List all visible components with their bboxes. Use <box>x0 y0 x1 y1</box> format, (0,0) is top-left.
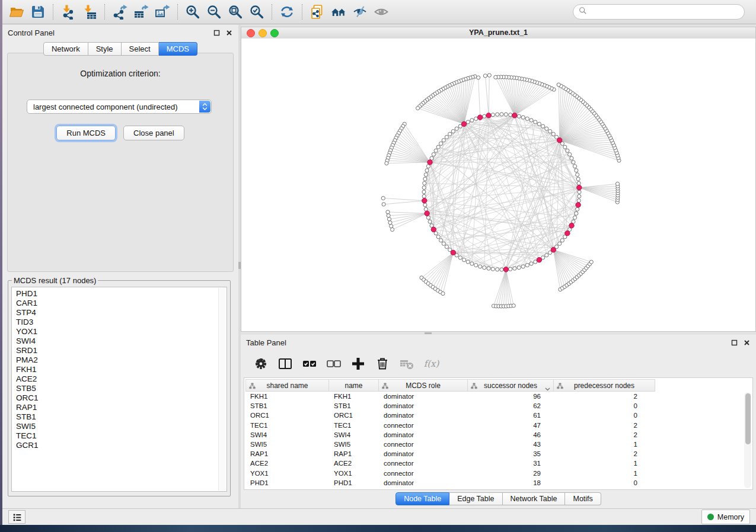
cell-successor_nodes[interactable]: 47 <box>468 421 546 430</box>
cell-mcds_role[interactable]: dominator <box>379 449 468 459</box>
column-header-shared_name[interactable]: shared name <box>245 379 329 392</box>
refresh-icon[interactable] <box>276 2 298 22</box>
mcds-node-item[interactable]: STP4 <box>12 308 227 318</box>
cell-successor_nodes[interactable]: 46 <box>468 430 546 440</box>
network-view[interactable] <box>241 39 755 331</box>
bundle-home-icon[interactable] <box>328 2 349 22</box>
criterion-select[interactable]: largest connected component (undirected) <box>27 100 212 114</box>
cell-name[interactable]: SWI4 <box>329 430 379 440</box>
cell-mcds_role[interactable]: dominator <box>379 411 468 420</box>
table-row[interactable]: PHD1PHD1dominator180 <box>245 478 743 488</box>
run-mcds-button[interactable]: Run MCDS <box>56 126 116 140</box>
cell-shared_name[interactable]: TEC1 <box>245 421 329 430</box>
cell-shared_name[interactable]: STB1 <box>245 401 329 411</box>
close-window-icon[interactable] <box>247 29 255 37</box>
float-panel-icon[interactable] <box>730 338 738 347</box>
cell-successor_nodes[interactable]: 35 <box>468 449 546 459</box>
mcds-node-item[interactable]: ORC1 <box>12 393 227 403</box>
tab-network-table[interactable]: Network Table <box>503 492 566 505</box>
zoom-fit-icon[interactable] <box>225 2 246 22</box>
mcds-node-item[interactable]: SWI5 <box>12 422 227 431</box>
mcds-node-item[interactable]: CAR1 <box>12 299 227 308</box>
cell-predecessor_nodes[interactable]: 1 <box>546 459 642 468</box>
add-column-icon[interactable] <box>349 355 367 372</box>
import-table-icon[interactable] <box>79 2 100 22</box>
clone-network-icon[interactable] <box>307 2 328 22</box>
close-panel-icon[interactable] <box>225 28 233 37</box>
memory-button[interactable]: Memory <box>701 509 750 524</box>
table-row[interactable]: ORC1ORC1dominator610 <box>245 411 743 420</box>
cell-successor_nodes[interactable]: 43 <box>468 440 546 449</box>
cell-mcds_role[interactable]: connector <box>379 421 468 430</box>
mcds-node-item[interactable]: SRD1 <box>12 346 227 355</box>
table-row[interactable]: SWI4SWI4dominator462 <box>245 430 743 440</box>
export-network-icon[interactable] <box>109 2 130 22</box>
minimize-window-icon[interactable] <box>259 29 267 37</box>
mcds-node-item[interactable]: GCR1 <box>12 441 227 450</box>
mcds-node-item[interactable]: PHD1 <box>12 289 227 299</box>
table-row[interactable]: SWI5SWI5connector431 <box>245 440 743 449</box>
table-row[interactable]: RAP1RAP1dominator352 <box>245 449 743 459</box>
gear-icon[interactable] <box>252 355 270 372</box>
cell-predecessor_nodes[interactable]: 0 <box>546 478 642 488</box>
cell-name[interactable]: RAP1 <box>329 449 379 459</box>
tab-style[interactable]: Style <box>88 42 122 56</box>
cell-successor_nodes[interactable]: 96 <box>468 392 546 401</box>
cell-mcds_role[interactable]: connector <box>379 469 468 478</box>
zoom-out-icon[interactable] <box>203 2 225 22</box>
node-layer[interactable] <box>381 73 621 308</box>
split-panel-icon[interactable] <box>276 355 294 372</box>
cell-mcds_role[interactable]: dominator <box>379 401 468 411</box>
cell-successor_nodes[interactable]: 29 <box>468 469 546 478</box>
table-row[interactable]: YOX1YOX1connector291 <box>245 469 743 478</box>
cell-name[interactable]: FKH1 <box>329 392 379 401</box>
cell-mcds_role[interactable]: connector <box>379 459 468 468</box>
cell-name[interactable]: ACE2 <box>329 459 379 468</box>
close-panel-button[interactable]: Close panel <box>123 126 184 140</box>
mcds-node-item[interactable]: PMA2 <box>12 355 227 365</box>
cell-shared_name[interactable]: YOX1 <box>245 469 329 478</box>
mcds-result-list[interactable]: PHD1CAR1STP4TID3YOX1SWI4SRD1PMA2FKH1ACE2… <box>11 287 227 492</box>
select-all-icon[interactable] <box>301 355 318 372</box>
column-header-predecessor_nodes[interactable]: predecessor nodes <box>554 379 655 392</box>
maximize-window-icon[interactable] <box>270 29 279 37</box>
mcds-node-item[interactable]: SWI4 <box>12 336 227 346</box>
cell-predecessor_nodes[interactable]: 2 <box>546 449 642 459</box>
show-panels-button[interactable] <box>8 510 25 524</box>
table-row[interactable]: ACE2ACE2connector311 <box>245 459 743 468</box>
table-scrollbar[interactable] <box>744 392 751 488</box>
tab-motifs[interactable]: Motifs <box>565 492 601 505</box>
column-header-name[interactable]: name <box>329 379 379 392</box>
tab-network[interactable]: Network <box>43 42 88 56</box>
cell-predecessor_nodes[interactable]: 2 <box>546 392 642 401</box>
search-input[interactable] <box>591 7 739 17</box>
search-box[interactable] <box>573 4 745 20</box>
export-image-icon[interactable] <box>152 2 173 22</box>
cell-name[interactable]: SWI5 <box>329 440 379 449</box>
cell-successor_nodes[interactable]: 18 <box>468 478 546 488</box>
mcds-node-item[interactable]: TEC1 <box>12 431 227 441</box>
cell-predecessor_nodes[interactable]: 0 <box>546 401 642 411</box>
cell-mcds_role[interactable]: dominator <box>379 478 468 488</box>
mcds-node-item[interactable]: STB1 <box>12 412 227 422</box>
column-header-successor_nodes[interactable]: successor nodes <box>468 379 554 392</box>
cell-shared_name[interactable]: ACE2 <box>245 459 329 468</box>
mcds-node-item[interactable]: ACE2 <box>12 374 227 384</box>
select-stepper-icon[interactable] <box>199 101 210 113</box>
zoom-selected-icon[interactable] <box>246 2 267 22</box>
cell-predecessor_nodes[interactable]: 1 <box>546 440 642 449</box>
deselect-all-icon[interactable] <box>325 355 343 372</box>
cell-shared_name[interactable]: FKH1 <box>245 392 329 401</box>
mcds-node-item[interactable]: RAP1 <box>12 403 227 412</box>
cell-mcds_role[interactable]: dominator <box>379 392 468 401</box>
table-row[interactable]: FKH1FKH1dominator962 <box>245 392 743 401</box>
float-panel-icon[interactable] <box>212 28 221 37</box>
zoom-in-icon[interactable] <box>182 2 203 22</box>
cell-predecessor_nodes[interactable]: 2 <box>546 421 642 430</box>
list-scrollbar[interactable] <box>218 288 226 491</box>
cell-mcds_role[interactable]: dominator <box>379 430 468 440</box>
tab-node-table[interactable]: Node Table <box>395 492 449 505</box>
cell-name[interactable]: PHD1 <box>329 478 379 488</box>
cell-shared_name[interactable]: ORC1 <box>245 411 329 420</box>
splitter-grip[interactable] <box>425 332 432 334</box>
